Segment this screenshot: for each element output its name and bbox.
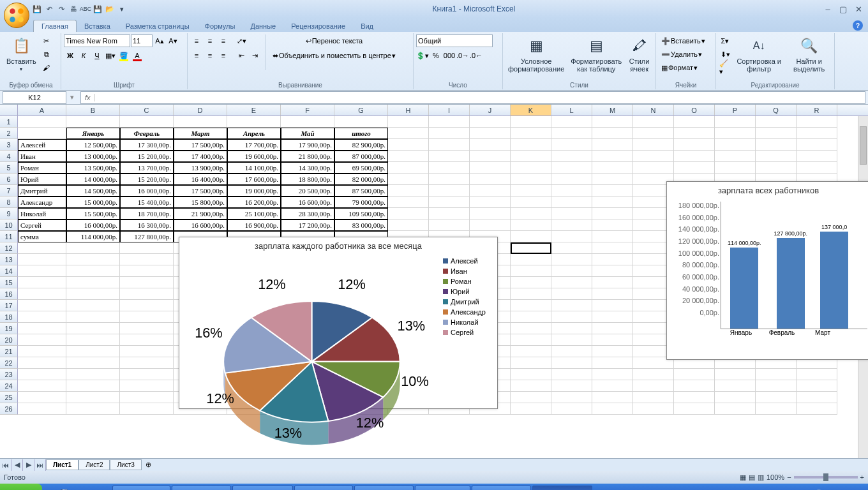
cell-L25[interactable] xyxy=(551,392,592,403)
cell-M11[interactable] xyxy=(592,231,633,242)
cell-M13[interactable] xyxy=(592,254,633,265)
view-layout-icon[interactable]: ▤ xyxy=(749,473,755,482)
cell-B9[interactable]: 15 500,00р. xyxy=(66,208,120,219)
cell-M16[interactable] xyxy=(592,288,633,300)
cell-R5[interactable] xyxy=(797,162,837,174)
cell-A11[interactable]: сумма xyxy=(18,231,66,242)
row-header-16[interactable]: 16 xyxy=(0,288,18,300)
cell-I6[interactable] xyxy=(429,174,470,185)
insert-cells-button[interactable]: ➕Вставить▾ xyxy=(659,34,708,47)
cell-B13[interactable] xyxy=(66,254,120,265)
cell-M5[interactable] xyxy=(592,162,633,174)
cell-N3[interactable] xyxy=(633,139,674,151)
cell-N1[interactable] xyxy=(633,116,674,128)
cell-N25[interactable] xyxy=(633,392,674,403)
ribbon-tab-Вид[interactable]: Вид xyxy=(353,20,381,32)
restore-button[interactable]: ▢ xyxy=(836,4,850,14)
cell-L16[interactable] xyxy=(551,288,592,300)
cell-M25[interactable] xyxy=(592,392,633,403)
cell-L21[interactable] xyxy=(551,346,592,357)
cell-L10[interactable] xyxy=(551,219,592,231)
decrease-font-icon[interactable]: A▾ xyxy=(167,34,179,47)
cell-K13[interactable] xyxy=(511,254,551,265)
cell-L3[interactable] xyxy=(551,139,592,151)
decrease-indent-icon[interactable]: ⇤ xyxy=(235,49,248,62)
underline-button[interactable]: Ч xyxy=(91,49,103,62)
cell-L1[interactable] xyxy=(551,116,592,128)
cell-A15[interactable] xyxy=(18,277,66,288)
cell-B11[interactable]: 114 000,00р. xyxy=(66,231,120,242)
cell-Q25[interactable] xyxy=(756,392,797,403)
wrap-text-button[interactable]: ↩ Перенос текста xyxy=(269,34,399,47)
cell-L9[interactable] xyxy=(551,208,592,219)
col-header-G[interactable]: G xyxy=(334,105,388,115)
cell-K7[interactable] xyxy=(511,185,551,197)
cell-R4[interactable] xyxy=(797,151,837,162)
ribbon-tab-Вставка[interactable]: Вставка xyxy=(77,20,118,32)
align-center-icon[interactable]: ≡ xyxy=(204,49,216,62)
cell-Q1[interactable] xyxy=(756,116,797,128)
comma-icon[interactable]: 000 xyxy=(443,49,456,62)
sheet-tab-Лист1[interactable]: Лист1 xyxy=(46,459,79,470)
sheet-nav-prev-icon[interactable]: ◀ xyxy=(11,459,23,471)
save-icon[interactable]: 💾 xyxy=(32,4,42,14)
cell-K21[interactable] xyxy=(511,346,551,357)
border-button[interactable]: ▦▾ xyxy=(104,49,117,62)
taskbar-item[interactable]: ▣Microsoft E… xyxy=(532,486,592,490)
cell-I5[interactable] xyxy=(429,162,470,174)
row-header-24[interactable]: 24 xyxy=(0,380,18,392)
cell-M4[interactable] xyxy=(592,151,633,162)
format-cells-button[interactable]: ▦Формат▾ xyxy=(659,61,700,74)
cell-R3[interactable] xyxy=(797,139,837,151)
cell-K18[interactable] xyxy=(511,311,551,323)
cell-M10[interactable] xyxy=(592,219,633,231)
conditional-format-button[interactable]: ▦Условное форматирование xyxy=(505,34,567,74)
increase-decimal-icon[interactable]: .0→ xyxy=(456,49,469,62)
sheet-tab-Лист3[interactable]: Лист3 xyxy=(110,459,141,470)
cell-L8[interactable] xyxy=(551,197,592,208)
cell-A13[interactable] xyxy=(18,254,66,265)
increase-font-icon[interactable]: A▴ xyxy=(153,34,166,47)
cell-P3[interactable] xyxy=(715,139,756,151)
help-icon[interactable]: ? xyxy=(853,20,863,31)
ribbon-tab-Формулы[interactable]: Формулы xyxy=(197,20,243,32)
cell-H3[interactable] xyxy=(388,139,429,151)
cell-L7[interactable] xyxy=(551,185,592,197)
cell-M23[interactable] xyxy=(592,369,633,380)
cell-A9[interactable]: Николай xyxy=(18,208,66,219)
cell-H5[interactable] xyxy=(388,162,429,174)
cell-K16[interactable] xyxy=(511,288,551,300)
cell-L24[interactable] xyxy=(551,380,592,392)
office-button[interactable] xyxy=(4,3,29,28)
cell-F8[interactable]: 16 600,00р. xyxy=(281,197,334,208)
row-header-1[interactable]: 1 xyxy=(0,116,18,128)
cell-M7[interactable] xyxy=(592,185,633,197)
cell-H2[interactable] xyxy=(388,128,429,139)
taskbar-item[interactable]: ▣Свод на 01… xyxy=(232,486,294,490)
cell-C11[interactable]: 127 800,00р. xyxy=(120,231,174,242)
cell-K5[interactable] xyxy=(511,162,551,174)
cell-B26[interactable] xyxy=(66,403,120,415)
cell-N24[interactable] xyxy=(633,380,674,392)
minimize-button[interactable]: – xyxy=(821,4,835,14)
cell-P5[interactable] xyxy=(715,162,756,174)
col-header-B[interactable]: B xyxy=(66,105,120,115)
cell-B19[interactable] xyxy=(66,323,120,334)
cell-M14[interactable] xyxy=(592,265,633,277)
cell-A14[interactable] xyxy=(18,265,66,277)
cell-L19[interactable] xyxy=(551,323,592,334)
cell-C5[interactable]: 13 700,00р. xyxy=(120,162,174,174)
cell-L17[interactable] xyxy=(551,300,592,311)
cell-M2[interactable] xyxy=(592,128,633,139)
cell-G7[interactable]: 87 500,00р. xyxy=(334,185,388,197)
cell-D10[interactable]: 16 600,00р. xyxy=(174,219,227,231)
cell-A5[interactable]: Роман xyxy=(18,162,66,174)
cell-G6[interactable]: 82 000,00р. xyxy=(334,174,388,185)
fx-icon[interactable]: fx xyxy=(81,94,95,101)
cell-L4[interactable] xyxy=(551,151,592,162)
percent-icon[interactable]: % xyxy=(430,49,442,62)
cell-G5[interactable]: 69 500,00р. xyxy=(334,162,388,174)
cell-F7[interactable]: 20 500,00р. xyxy=(281,185,334,197)
cell-L26[interactable] xyxy=(551,403,592,415)
cell-B8[interactable]: 15 000,00р. xyxy=(66,197,120,208)
